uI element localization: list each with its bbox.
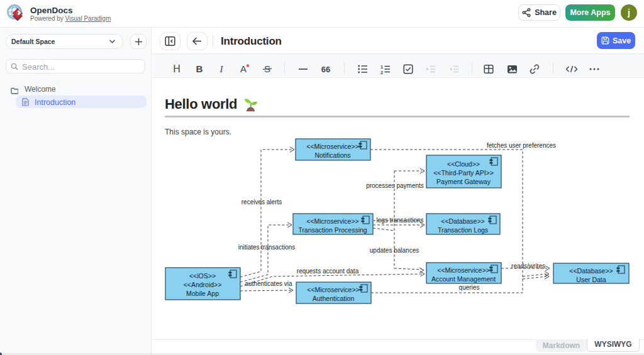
svg-text:1: 1 <box>380 64 383 70</box>
svg-text:<<iOS>>: <<iOS>> <box>189 272 216 280</box>
svg-text:fetches user preferences: fetches user preferences <box>487 142 556 149</box>
svg-text:<<Microservice>>: <<Microservice>> <box>306 143 358 150</box>
svg-text:B: B <box>196 63 203 74</box>
svg-text:logs transactions: logs transactions <box>376 217 423 224</box>
svg-text:<<Third-Party API>>: <<Third-Party API>> <box>433 169 494 177</box>
svg-text:reads/writes: reads/writes <box>511 263 545 270</box>
svg-text:<<Microservice>>: <<Microservice>> <box>307 286 359 293</box>
svg-text:2: 2 <box>380 70 383 75</box>
svg-text:I: I <box>219 64 224 74</box>
svg-text:Authentication: Authentication <box>313 295 355 302</box>
svg-text:receives alerts: receives alerts <box>242 199 282 205</box>
svg-text:requests account data: requests account data <box>297 268 359 275</box>
svg-text:updates balances: updates balances <box>370 247 419 254</box>
svg-text:Transaction Processing: Transaction Processing <box>298 226 367 234</box>
svg-text:<<Android>>: <<Android>> <box>184 281 222 288</box>
svg-text:authenticates via: authenticates via <box>245 280 292 287</box>
svg-text:Account Management: Account Management <box>431 275 496 283</box>
svg-text:processes payments: processes payments <box>366 182 424 189</box>
svg-text:Notifications: Notifications <box>314 151 350 159</box>
svg-text:initiates transactions: initiates transactions <box>238 244 296 251</box>
svg-text:Payment Gateway: Payment Gateway <box>436 178 491 185</box>
svg-text:66: 66 <box>321 65 330 74</box>
svg-text:<<Database>>: <<Database>> <box>441 217 484 225</box>
svg-text:A: A <box>240 63 247 74</box>
svg-text:H: H <box>173 63 180 74</box>
svg-text:<<Microservice>>: <<Microservice>> <box>306 217 358 225</box>
svg-text:Mobile App: Mobile App <box>186 290 219 297</box>
svg-text:queries: queries <box>459 284 480 291</box>
svg-text:Transaction Logs: Transaction Logs <box>438 226 488 234</box>
svg-text:<<Microservice>>: <<Microservice>> <box>437 266 489 274</box>
svg-text:<<Cloud>>: <<Cloud>> <box>447 160 480 168</box>
svg-text:<<Database>>: <<Database>> <box>569 267 613 275</box>
svg-text:User Data: User Data <box>576 276 606 283</box>
